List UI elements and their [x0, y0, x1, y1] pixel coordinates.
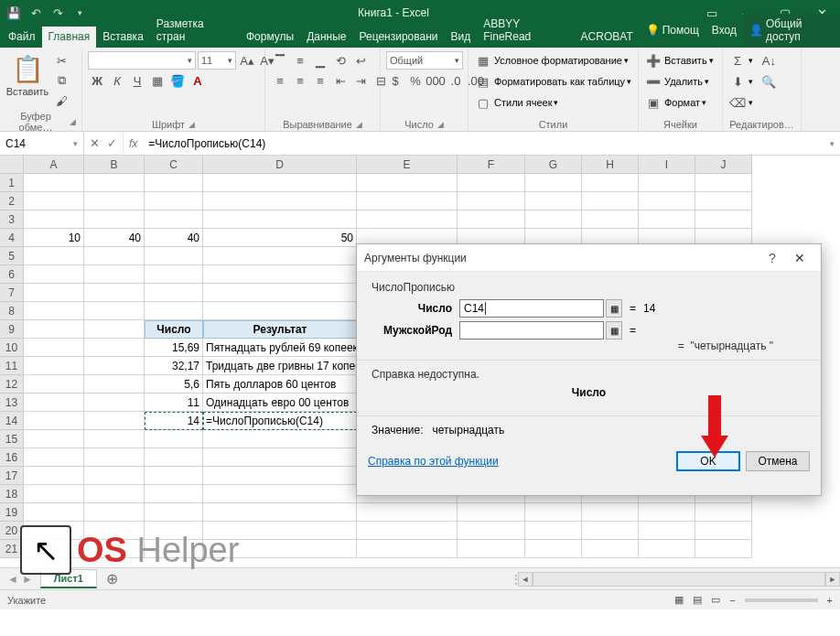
cell-D21[interactable]	[203, 540, 357, 558]
cell-F1[interactable]	[458, 174, 525, 192]
row-header-3[interactable]: 3	[0, 210, 24, 229]
col-header-F[interactable]: F	[458, 156, 525, 174]
align-left-icon[interactable]: ≡	[271, 71, 289, 90]
cell-A2[interactable]	[24, 192, 84, 210]
cell-D7[interactable]	[203, 284, 357, 302]
align-bottom-icon[interactable]: ▁	[311, 51, 329, 70]
cell-D10[interactable]: Пятнадцать рублей 69 копеек	[203, 339, 357, 357]
decrease-indent-icon[interactable]: ⇤	[331, 71, 350, 90]
cell-C2[interactable]	[145, 192, 203, 210]
row-header-15[interactable]: 15	[0, 430, 24, 448]
cell-I20[interactable]	[639, 522, 695, 540]
cell-B8[interactable]	[84, 302, 145, 320]
cell-E19[interactable]	[357, 503, 458, 522]
tab-acrobat[interactable]: ACROBAT	[575, 27, 640, 48]
cell-D16[interactable]	[203, 448, 357, 467]
insert-cells-button[interactable]: ➕Вставить▾	[644, 51, 714, 70]
col-header-C[interactable]: C	[145, 156, 203, 174]
cell-styles-button[interactable]: ▢Стили ячеек▾	[474, 93, 558, 112]
row-header-5[interactable]: 5	[0, 247, 24, 265]
wrap-text-icon[interactable]: ↩	[351, 51, 370, 70]
cell-D19[interactable]	[203, 503, 357, 522]
cell-C19[interactable]	[145, 503, 203, 522]
cell-A16[interactable]	[24, 448, 84, 467]
zoom-in-icon[interactable]: +	[827, 595, 833, 606]
cell-A21[interactable]	[24, 540, 84, 558]
cell-C17[interactable]	[145, 467, 203, 485]
cell-A14[interactable]	[24, 412, 84, 430]
cell-C9[interactable]: Число	[145, 320, 203, 339]
cell-B18[interactable]	[84, 485, 145, 503]
cell-B17[interactable]	[84, 467, 145, 485]
cell-I2[interactable]	[639, 192, 695, 210]
cell-G3[interactable]	[525, 210, 582, 229]
row-header-9[interactable]: 9	[0, 320, 24, 339]
column-headers[interactable]: ABCDEFGHIJ	[24, 156, 752, 174]
cell-A17[interactable]	[24, 467, 84, 485]
cell-J2[interactable]	[695, 192, 752, 210]
cell-D6[interactable]	[203, 265, 357, 284]
font-size-combo[interactable]: 11▾	[198, 51, 236, 70]
col-header-E[interactable]: E	[357, 156, 458, 174]
dialog-help-icon[interactable]: ?	[759, 251, 786, 265]
tab-insert[interactable]: Вставка	[96, 27, 150, 48]
cell-A7[interactable]	[24, 284, 84, 302]
cell-B12[interactable]	[84, 375, 145, 393]
zoom-slider[interactable]	[745, 598, 818, 602]
border-icon[interactable]: ▦	[148, 71, 167, 90]
hscroll-track[interactable]	[533, 572, 825, 587]
delete-cells-button[interactable]: ➖Удалить▾	[644, 72, 709, 91]
col-header-G[interactable]: G	[525, 156, 582, 174]
cell-H1[interactable]	[582, 174, 639, 192]
tab-home[interactable]: Главная	[42, 27, 97, 48]
cell-C15[interactable]	[145, 430, 203, 448]
increase-indent-icon[interactable]: ⇥	[351, 71, 370, 90]
row-header-4[interactable]: 4	[0, 229, 24, 247]
redo-icon[interactable]: ↷	[49, 5, 66, 21]
row-headers[interactable]: 123456789101112131415161718192021	[0, 174, 24, 558]
cell-J3[interactable]	[695, 210, 752, 229]
fill-color-icon[interactable]: 🪣	[168, 71, 187, 90]
cell-E3[interactable]	[357, 210, 458, 229]
cell-B20[interactable]	[84, 522, 145, 540]
cell-C12[interactable]: 5,6	[145, 375, 203, 393]
cell-H3[interactable]	[582, 210, 639, 229]
cell-G21[interactable]	[525, 540, 582, 558]
cell-D2[interactable]	[203, 192, 357, 210]
cell-D9[interactable]: Результат	[203, 320, 357, 339]
cell-B7[interactable]	[84, 284, 145, 302]
cell-C4[interactable]: 40	[145, 229, 203, 247]
row-header-20[interactable]: 20	[0, 522, 24, 540]
row-header-16[interactable]: 16	[0, 448, 24, 467]
cell-D15[interactable]	[203, 430, 357, 448]
paste-button[interactable]: 📋 Вставить	[5, 51, 49, 97]
tab-abbyy[interactable]: ABBYY FineRead	[477, 14, 574, 48]
currency-icon[interactable]: $	[386, 71, 404, 90]
cell-F3[interactable]	[458, 210, 525, 229]
save-icon[interactable]: 💾	[5, 5, 22, 21]
row-header-13[interactable]: 13	[0, 393, 24, 412]
cell-F19[interactable]	[458, 503, 525, 522]
cell-F2[interactable]	[458, 192, 525, 210]
cell-B2[interactable]	[84, 192, 145, 210]
cell-D3[interactable]	[203, 210, 357, 229]
cell-C18[interactable]	[145, 485, 203, 503]
row-header-2[interactable]: 2	[0, 192, 24, 210]
select-all-cell[interactable]	[0, 156, 24, 174]
sort-filter-icon[interactable]: A↓	[759, 51, 778, 70]
cell-A12[interactable]	[24, 375, 84, 393]
cell-D20[interactable]	[203, 522, 357, 540]
row-header-18[interactable]: 18	[0, 485, 24, 503]
cell-I1[interactable]	[639, 174, 695, 192]
col-header-A[interactable]: A	[24, 156, 84, 174]
cell-D18[interactable]	[203, 485, 357, 503]
cell-B5[interactable]	[84, 247, 145, 265]
dialog-cancel-button[interactable]: Отмена	[746, 451, 810, 471]
cell-B11[interactable]	[84, 357, 145, 375]
cell-F20[interactable]	[458, 522, 525, 540]
tab-file[interactable]: Файл	[2, 27, 42, 48]
cell-A20[interactable]	[24, 522, 84, 540]
cell-F21[interactable]	[458, 540, 525, 558]
clear-icon[interactable]: ⌫	[728, 93, 747, 112]
cell-D4[interactable]: 50	[203, 229, 357, 247]
